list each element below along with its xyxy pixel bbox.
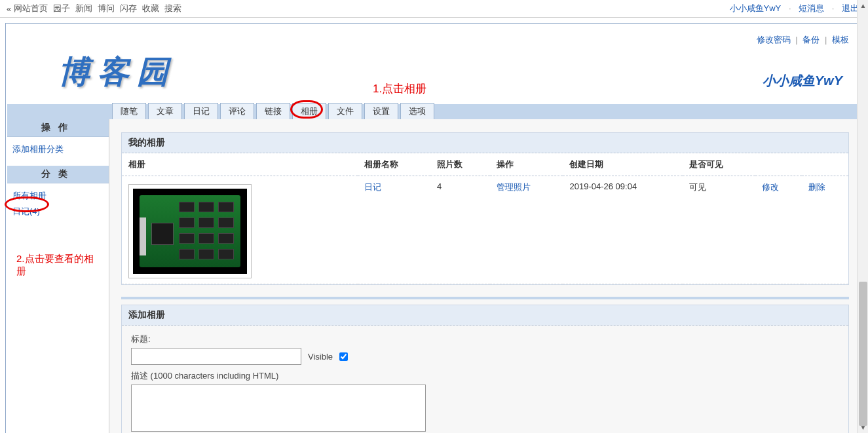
add-album-panel: 添加相册 标题: Visible 描述 (1000 characters inc… [121, 305, 849, 433]
content-row: 操作 添加相册分类 分类 所有相册 日记(4) 2.点击要查看的相册 我的相册 … [7, 119, 861, 433]
header-right-links: 修改密码 | 备份 | 模板 [19, 31, 849, 46]
add-album-title: 添加相册 [122, 305, 848, 326]
nav-news[interactable]: 新闻 [75, 3, 92, 14]
tab-suibi[interactable]: 随笔 [112, 103, 146, 119]
sidebar-diary-album[interactable]: 日记(4) [12, 206, 40, 217]
my-albums-panel: 我的相册 相册 相册名称 照片数 操作 创建日期 是否可见 [121, 132, 849, 285]
link-template[interactable]: 模板 [832, 35, 849, 45]
header-user[interactable]: 小小咸鱼YwY [763, 46, 849, 90]
header: 修改密码 | 备份 | 模板 博 客 园 小小咸鱼YwY [7, 25, 861, 104]
album-thumbnail[interactable] [128, 184, 252, 278]
topbar: « 网站首页 园子 新闻 博问 闪存 收藏 搜索 小小咸鱼YwY · 短消息 ·… [0, 0, 868, 18]
tab-shezhi[interactable]: 设置 [364, 103, 398, 119]
sidebar-add-category[interactable]: 添加相册分类 [12, 143, 64, 155]
scrollbar[interactable]: ▲ ▼ [857, 0, 868, 433]
col-date: 创建日期 [563, 153, 682, 176]
textarea-desc[interactable] [131, 385, 426, 432]
nav-bowen[interactable]: 博问 [98, 3, 115, 14]
site-logo: 博 客 园 [19, 46, 168, 104]
nav-search[interactable]: 搜索 [164, 3, 181, 14]
nav-fav[interactable]: 收藏 [142, 3, 159, 14]
link-change-password[interactable]: 修改密码 [757, 35, 791, 45]
sidebar: 操作 添加相册分类 分类 所有相册 日记(4) 2.点击要查看的相册 [7, 119, 109, 433]
tabs: 随笔 文章 日记 评论 链接 相册 文件 设置 选项 [7, 104, 861, 119]
row-count: 4 [430, 176, 490, 284]
tab-pinglun[interactable]: 评论 [220, 103, 254, 119]
label-visible: Visible [308, 352, 333, 362]
row-visible: 可见 [683, 176, 755, 284]
label-title: 标题: [131, 333, 839, 345]
tab-wenjian[interactable]: 文件 [328, 103, 362, 119]
main-frame: 修改密码 | 备份 | 模板 博 客 园 小小咸鱼YwY 1.点击相册 随笔 文… [5, 23, 863, 433]
row-delete[interactable]: 删除 [808, 182, 825, 192]
tab-xiangce[interactable]: 相册 [292, 103, 326, 119]
tab-wenzhang[interactable]: 文章 [148, 103, 182, 119]
sidebar-all-albums[interactable]: 所有相册 [12, 190, 47, 202]
main-area: 我的相册 相册 相册名称 照片数 操作 创建日期 是否可见 [109, 119, 861, 433]
pcb-image [133, 189, 247, 274]
col-album: 相册 [122, 153, 358, 176]
col-ops: 操作 [490, 153, 563, 176]
topbar-prefix: « [7, 4, 11, 14]
col-name: 相册名称 [358, 153, 430, 176]
row-manage[interactable]: 管理照片 [497, 182, 531, 192]
checkbox-visible[interactable] [339, 352, 348, 361]
row-name[interactable]: 日记 [364, 182, 381, 192]
col-count: 照片数 [430, 153, 490, 176]
col-visible: 是否可见 [683, 153, 755, 176]
albums-table: 相册 相册名称 照片数 操作 创建日期 是否可见 [122, 153, 848, 284]
annotation-1: 1.点击相册 [373, 81, 426, 96]
sidebar-ops-title: 操作 [7, 119, 109, 137]
annotation-2: 2.点击要查看的相册 [12, 221, 104, 282]
topbar-messages[interactable]: 短消息 [799, 3, 824, 13]
tab-xuanxiang[interactable]: 选项 [400, 103, 434, 119]
tab-riji[interactable]: 日记 [184, 103, 218, 119]
my-albums-title: 我的相册 [122, 133, 848, 153]
table-row: 日记 4 管理照片 2019-04-26 09:04 可见 修改 删除 [122, 176, 848, 284]
input-title[interactable] [131, 348, 301, 365]
nav-flash[interactable]: 闪存 [120, 3, 137, 14]
tab-lianjie[interactable]: 链接 [256, 103, 290, 119]
link-backup[interactable]: 备份 [802, 35, 820, 45]
nav-home[interactable]: 网站首页 [14, 3, 48, 14]
row-edit[interactable]: 修改 [762, 182, 779, 192]
topbar-user[interactable]: 小小咸鱼YwY [730, 3, 782, 13]
row-date: 2019-04-26 09:04 [563, 176, 682, 284]
label-desc: 描述 (1000 characters including HTML) [131, 370, 839, 382]
blue-divider [121, 297, 849, 299]
scroll-down-icon[interactable]: ▼ [858, 422, 868, 433]
topbar-left: « 网站首页 园子 新闻 博问 闪存 收藏 搜索 [7, 3, 184, 14]
scroll-up-icon[interactable]: ▲ [858, 0, 868, 11]
scroll-thumb[interactable] [859, 282, 867, 426]
topbar-right: 小小咸鱼YwY · 短消息 · 退出 [727, 3, 861, 14]
sidebar-cat-title: 分类 [7, 166, 109, 183]
nav-yuanzi[interactable]: 园子 [53, 3, 70, 14]
